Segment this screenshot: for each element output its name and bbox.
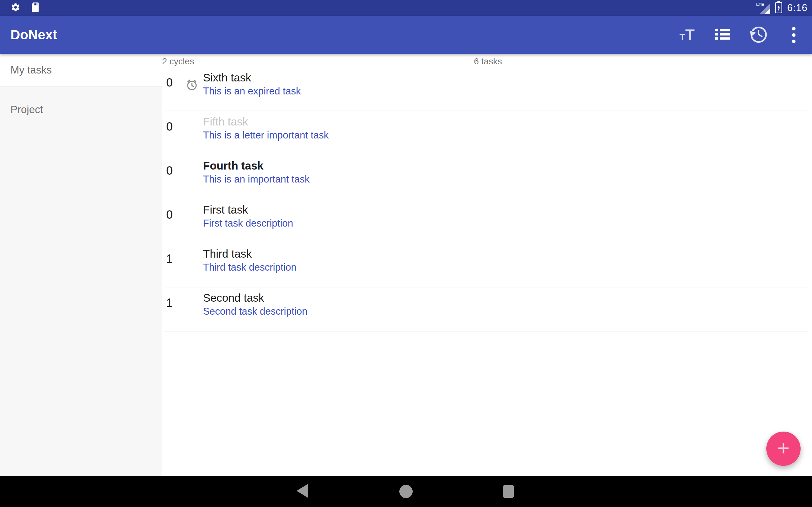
screen: LTE 6:16 DoNext TT (0, 0, 812, 507)
format-text-size-button[interactable]: TT (678, 26, 696, 44)
settings-gear-icon (11, 3, 20, 13)
app-bar-actions: TT (678, 16, 803, 54)
overflow-menu-icon (792, 27, 796, 43)
task-title: Fourth task (203, 159, 264, 172)
tasks-count-label: 6 tasks (474, 56, 502, 66)
history-icon (749, 26, 767, 44)
clock-text: 6:16 (787, 2, 808, 14)
task-title: Second task (203, 291, 264, 304)
task-description: First task description (203, 218, 293, 229)
sidebar-panel: Project (0, 87, 162, 476)
status-bar-right: LTE 6:16 (756, 0, 808, 16)
task-row[interactable]: 0 Sixth task This is an expired task (165, 67, 808, 111)
task-cycle-count: 0 (166, 120, 185, 133)
sidebar: My tasks Project (0, 54, 162, 476)
back-icon (297, 484, 308, 499)
task-cycle-count: 1 (166, 296, 185, 309)
home-icon (399, 485, 413, 498)
add-task-fab[interactable]: + (766, 432, 801, 466)
task-title: Third task (203, 247, 252, 260)
sidebar-item-project[interactable]: Project (0, 94, 162, 126)
task-title: Sixth task (203, 71, 251, 84)
task-row[interactable]: 1 Third task Third task description (165, 243, 808, 287)
task-description: This is an expired task (203, 86, 301, 97)
network-type-label: LTE (756, 2, 764, 7)
alarm-clock-icon (186, 78, 198, 93)
sd-card-icon (31, 2, 39, 14)
task-description: This is an important task (203, 174, 310, 185)
task-cycle-count: 0 (166, 208, 185, 222)
task-description: Second task description (203, 306, 307, 317)
battery-charging-icon (775, 1, 782, 14)
task-description: This is a letter important task (203, 130, 328, 141)
app-bar: DoNext TT (0, 16, 812, 54)
list-view-icon (715, 28, 730, 42)
task-cycle-count: 0 (166, 164, 185, 177)
sidebar-item-label: My tasks (10, 64, 52, 76)
task-description: Third task description (203, 262, 297, 273)
task-cycle-count: 1 (166, 252, 185, 266)
task-title: Fifth task (203, 115, 248, 128)
app-title: DoNext (10, 27, 57, 43)
recents-icon (503, 485, 514, 498)
list-view-button[interactable] (714, 26, 731, 44)
task-row[interactable]: 1 Second task Second task description (165, 287, 808, 331)
task-row[interactable]: 0 Fifth task This is a letter important … (165, 111, 808, 155)
recents-button[interactable] (490, 476, 527, 507)
cell-signal-icon: LTE (756, 1, 770, 15)
task-row[interactable]: 0 Fourth task This is an important task (165, 155, 808, 199)
task-row[interactable]: 0 First task First task description (165, 199, 808, 243)
status-bar: LTE 6:16 (0, 0, 812, 16)
history-button[interactable] (749, 26, 767, 44)
home-button[interactable] (387, 476, 425, 507)
sidebar-item-my-tasks[interactable]: My tasks (0, 54, 162, 86)
task-title: First task (203, 204, 248, 216)
sidebar-item-label: Project (10, 104, 43, 116)
status-bar-left (11, 0, 39, 16)
task-list-panel: 2 cycles 6 tasks 0 Sixth task (162, 54, 812, 476)
back-button[interactable] (283, 476, 321, 507)
navigation-bar (0, 476, 812, 507)
overflow-menu-button[interactable] (785, 26, 803, 44)
task-list: 0 Sixth task This is an expired task (165, 67, 808, 331)
cycles-count-label: 2 cycles (162, 56, 194, 66)
task-cycle-count: 0 (166, 76, 185, 89)
format-text-size-icon: TT (679, 29, 695, 41)
